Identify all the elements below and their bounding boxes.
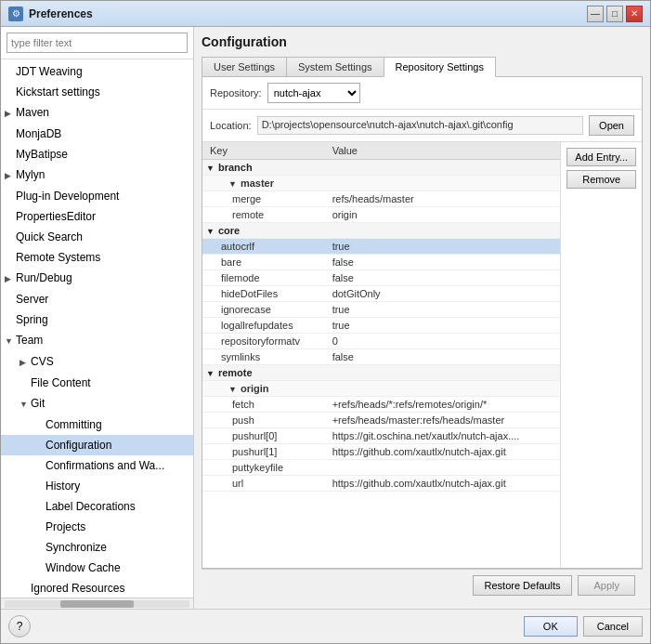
sidebar-item-properties-editor[interactable]: PropertiesEditor: [1, 206, 193, 227]
table-row[interactable]: fetch+refs/heads/*:refs/remotes/origin/*: [202, 397, 560, 413]
sidebar-item-ignored-resources[interactable]: Ignored Resources: [1, 578, 193, 598]
table-row[interactable]: ▼remote: [202, 365, 560, 381]
col-value-header: Value: [325, 142, 561, 160]
table-row[interactable]: ▼origin: [202, 381, 560, 397]
bottom-bar: Restore Defaults Apply: [202, 569, 643, 601]
table-row[interactable]: pushurl[1]https://github.com/xautlx/nutc…: [202, 444, 560, 460]
sidebar-item-spring[interactable]: Spring: [1, 309, 193, 330]
restore-defaults-button[interactable]: Restore Defaults: [473, 575, 573, 596]
config-table: Key Value ▼branch▼mastermergerefs/heads/…: [202, 142, 560, 492]
sidebar-item-git[interactable]: ▼Git: [1, 393, 193, 414]
table-row[interactable]: ignorecasetrue: [202, 302, 560, 318]
scrollbar-track: [5, 600, 189, 608]
tab-system-settings[interactable]: System Settings: [286, 57, 384, 77]
preferences-window: ⚙ Preferences — □ ✕ JDT WeavingKickstart…: [0, 0, 651, 644]
ok-button[interactable]: OK: [524, 616, 578, 637]
sidebar-item-jdt-weaving[interactable]: JDT Weaving: [1, 61, 193, 82]
table-row[interactable]: push+refs/heads/master:refs/heads/master: [202, 413, 560, 428]
location-row: Location: D:\projects\opensource\nutch-a…: [202, 110, 642, 142]
panel-title: Configuration: [202, 34, 643, 49]
sidebar-item-mylyn[interactable]: ▶Mylyn: [1, 164, 193, 186]
table-row[interactable]: puttykeyfile: [202, 460, 560, 476]
col-key-header: Key: [202, 142, 325, 160]
remove-button[interactable]: Remove: [566, 170, 636, 189]
sidebar-item-window-cache[interactable]: Window Cache: [1, 558, 193, 578]
sidebar-item-team[interactable]: ▼Team: [1, 330, 193, 351]
open-button[interactable]: Open: [589, 115, 634, 136]
table-row[interactable]: remoteorigin: [202, 207, 560, 223]
table-row[interactable]: urlhttps://github.com/xautlx/nutch-ajax.…: [202, 476, 560, 492]
sidebar-item-cvs[interactable]: ▶CVS: [1, 351, 193, 373]
table-row[interactable]: barefalse: [202, 255, 560, 270]
repo-select[interactable]: nutch-ajax: [267, 83, 360, 103]
tree-area: JDT WeavingKickstart settings▶MavenMonja…: [1, 59, 193, 598]
config-area: Repository: nutch-ajax Location: D:\proj…: [202, 76, 643, 569]
sidebar-item-remote-systems[interactable]: Remote Systems: [1, 247, 193, 268]
repo-row: Repository: nutch-ajax: [202, 77, 642, 110]
sidebar-item-quick-search[interactable]: Quick Search: [1, 227, 193, 247]
sidebar-scrollbar[interactable]: [1, 598, 193, 609]
tab-user-settings[interactable]: User Settings: [202, 57, 287, 77]
window-controls: — □ ✕: [587, 6, 643, 22]
sidebar-item-configuration[interactable]: Configuration: [1, 435, 193, 455]
table-action-buttons: Add Entry... Remove: [560, 142, 642, 568]
sidebar: JDT WeavingKickstart settings▶MavenMonja…: [1, 27, 194, 609]
title-bar: ⚙ Preferences — □ ✕: [1, 1, 650, 27]
sidebar-item-maven[interactable]: ▶Maven: [1, 102, 193, 124]
table-row[interactable]: symlinksfalse: [202, 349, 560, 365]
table-row[interactable]: ▼core: [202, 223, 560, 239]
table-section: Key Value ▼branch▼mastermergerefs/heads/…: [202, 142, 642, 568]
maximize-button[interactable]: □: [606, 6, 623, 22]
filter-input[interactable]: [7, 33, 188, 53]
table-row[interactable]: ▼master: [202, 176, 560, 191]
table-row[interactable]: hideDotFilesdotGitOnly: [202, 286, 560, 302]
close-button[interactable]: ✕: [626, 6, 643, 22]
table-row[interactable]: pushurl[0]https://git.oschina.net/xautlx…: [202, 428, 560, 444]
add-entry-button[interactable]: Add Entry...: [566, 148, 636, 166]
window-icon: ⚙: [8, 7, 23, 21]
sidebar-item-server[interactable]: Server: [1, 289, 193, 309]
footer-buttons: OK Cancel: [524, 616, 643, 637]
tab-repository-settings[interactable]: Repository Settings: [384, 57, 496, 77]
window-title: Preferences: [29, 7, 587, 20]
sidebar-item-mongodb[interactable]: MonjaDB: [1, 124, 193, 144]
table-row[interactable]: ▼branch: [202, 160, 560, 176]
cancel-button[interactable]: Cancel: [583, 616, 643, 637]
location-value: D:\projects\opensource\nutch-ajax\nutch-…: [257, 116, 583, 135]
table-row[interactable]: filemodefalse: [202, 270, 560, 286]
repo-label: Repository:: [210, 87, 262, 99]
help-button[interactable]: ?: [8, 615, 31, 637]
sidebar-item-history[interactable]: History: [1, 476, 193, 496]
table-container: Key Value ▼branch▼mastermergerefs/heads/…: [202, 142, 560, 568]
scrollbar-thumb: [60, 600, 135, 608]
table-row[interactable]: repositoryformatv0: [202, 334, 560, 349]
sidebar-item-plugin-dev[interactable]: Plug-in Development: [1, 186, 193, 206]
sidebar-item-file-content[interactable]: File Content: [1, 373, 193, 393]
minimize-button[interactable]: —: [587, 6, 604, 22]
location-label: Location:: [210, 120, 252, 131]
filter-box: [1, 27, 193, 59]
tabs-row: User SettingsSystem SettingsRepository S…: [202, 57, 643, 77]
sidebar-item-confirmations[interactable]: Confirmations and Wa...: [1, 455, 193, 476]
table-row[interactable]: mergerefs/heads/master: [202, 191, 560, 207]
apply-button[interactable]: Apply: [578, 575, 635, 596]
right-panel: Configuration User SettingsSystem Settin…: [194, 27, 650, 609]
sidebar-item-mybatipse[interactable]: MyBatipse: [1, 144, 193, 164]
sidebar-item-label-decorations[interactable]: Label Decorations: [1, 496, 193, 517]
sidebar-item-committing[interactable]: Committing: [1, 414, 193, 435]
main-content: JDT WeavingKickstart settings▶MavenMonja…: [1, 27, 650, 609]
dialog-footer: ? OK Cancel: [1, 609, 650, 643]
sidebar-item-kickstart-settings[interactable]: Kickstart settings: [1, 82, 193, 102]
sidebar-item-synchronize[interactable]: Synchronize: [1, 537, 193, 558]
table-row[interactable]: autocrlftrue: [202, 239, 560, 255]
sidebar-item-run-debug[interactable]: ▶Run/Debug: [1, 268, 193, 289]
table-row[interactable]: logallrefupdatestrue: [202, 318, 560, 334]
sidebar-item-projects[interactable]: Projects: [1, 517, 193, 537]
